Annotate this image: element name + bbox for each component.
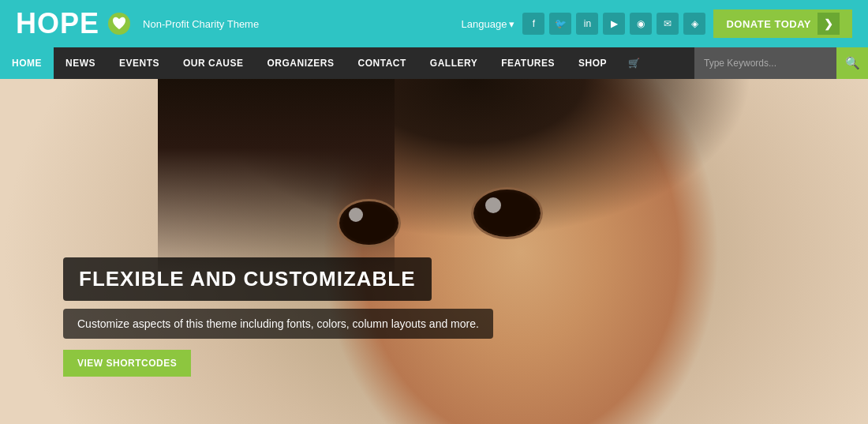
flickr-icon[interactable]: ◉ [630, 13, 652, 35]
hero-title-box: FLEXIBLE AND CUSTOMIZABLE [63, 257, 432, 301]
hero-section: FLEXIBLE AND CUSTOMIZABLE Customize aspe… [0, 79, 868, 424]
logo-area: HOPE Non-Profit Charity Theme [16, 7, 259, 40]
nav-item-shop[interactable]: SHOP [567, 47, 619, 79]
hero-eye-left [339, 201, 398, 245]
nav-item-home[interactable]: HOME [0, 47, 54, 79]
language-selector[interactable]: Language ▾ [462, 18, 515, 30]
youtube-icon[interactable]: ▶ [603, 13, 625, 35]
logo-text: HOPE [16, 7, 99, 40]
search-button[interactable]: 🔍 [836, 47, 868, 79]
email-icon[interactable]: ✉ [657, 13, 679, 35]
nav-item-gallery[interactable]: GALLERY [418, 47, 489, 79]
top-bar: HOPE Non-Profit Charity Theme Language ▾… [0, 0, 868, 47]
nav-links: HOME NEWS EVENTS OUR CAUSE ORGANIZERS CO… [0, 47, 650, 79]
donate-arrow-icon: ❯ [817, 13, 840, 35]
nav-item-contact[interactable]: CONTACT [346, 47, 418, 79]
hero-title: FLEXIBLE AND CUSTOMIZABLE [79, 267, 416, 291]
rss-icon[interactable]: ◈ [683, 13, 705, 35]
twitter-icon[interactable]: 🐦 [549, 13, 571, 35]
view-shortcodes-button[interactable]: VIEW SHORTCODES [63, 350, 191, 377]
nav-item-organizers[interactable]: ORGANIZERS [256, 47, 346, 79]
search-area: 🔍 [694, 47, 868, 79]
nav-item-features[interactable]: FEATURES [489, 47, 567, 79]
nav-item-cart[interactable]: 🛒 [619, 47, 650, 79]
search-icon: 🔍 [845, 56, 860, 70]
nav-bar: HOME NEWS EVENTS OUR CAUSE ORGANIZERS CO… [0, 47, 868, 79]
hero-subtitle: Customize aspects of this theme includin… [77, 317, 479, 330]
donate-label: DONATE TODAY [726, 18, 811, 30]
search-input[interactable] [694, 47, 836, 79]
top-right-area: Language ▾ f 🐦 in ▶ ◉ ✉ ◈ DONATE TODAY ❯ [462, 9, 852, 38]
linkedin-icon[interactable]: in [576, 13, 598, 35]
logo-icon [107, 12, 131, 36]
hero-eye-right [473, 189, 541, 237]
facebook-icon[interactable]: f [522, 13, 544, 35]
language-label: Language [462, 18, 507, 30]
chevron-down-icon: ▾ [509, 18, 514, 30]
donate-button[interactable]: DONATE TODAY ❯ [713, 9, 852, 38]
social-icons: f 🐦 in ▶ ◉ ✉ ◈ [522, 13, 705, 35]
nav-item-news[interactable]: NEWS [54, 47, 107, 79]
tagline: Non-Profit Charity Theme [143, 18, 259, 30]
hero-subtitle-box: Customize aspects of this theme includin… [63, 309, 493, 339]
nav-item-events[interactable]: EVENTS [107, 47, 171, 79]
nav-item-our-cause[interactable]: OUR CAUSE [171, 47, 256, 79]
hero-content: FLEXIBLE AND CUSTOMIZABLE Customize aspe… [63, 257, 493, 377]
